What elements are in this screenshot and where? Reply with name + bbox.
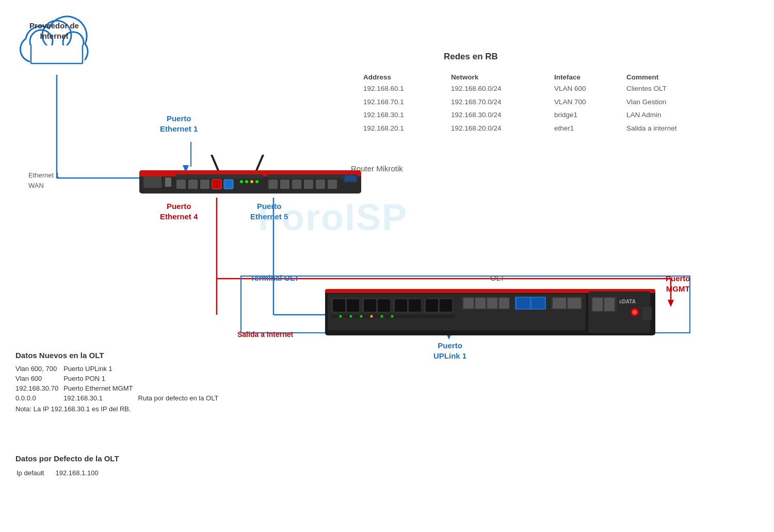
svg-rect-72 [499,298,509,309]
puerto-eth1-label: Puerto Ethernet 1 [160,114,198,134]
redes-col-header: Address [361,72,449,82]
puerto-mgmt-label: Puerto MGMT [666,273,690,294]
svg-rect-27 [175,174,263,179]
svg-rect-37 [267,174,355,179]
svg-line-21 [255,155,263,173]
svg-rect-42 [316,180,325,189]
svg-rect-54 [378,299,390,312]
redes-col-header: Comment [624,72,728,82]
redes-cell: LAN Admin [624,108,728,122]
puerto-eth5-label: Puerto Ethernet 5 [250,201,288,221]
redes-cell: 192.168.20.1 [361,122,449,135]
svg-point-84 [632,310,637,315]
table-cell: Ip default [17,468,55,478]
redes-cell: 192.168.30.1 [361,108,449,122]
table-row: 0.0.0.0192.168.30.1Ruta por defecto en l… [15,393,223,403]
svg-point-33 [240,180,243,183]
table-cell: 192.168.30.70 [15,383,63,393]
svg-rect-32 [224,180,233,189]
svg-rect-28 [176,180,186,189]
router-device [139,155,361,196]
redes-cell: VLAN 700 [552,95,624,109]
svg-point-34 [245,180,248,183]
olt-label: OLT [490,273,505,282]
svg-rect-71 [487,298,497,309]
svg-rect-41 [304,180,313,189]
svg-rect-69 [463,298,474,309]
table-cell [138,364,224,374]
table-row: Vlan 600, 700Puerto UPLink 1 [15,364,223,374]
svg-rect-75 [531,298,545,309]
svg-rect-82 [604,298,615,311]
svg-rect-74 [517,298,530,309]
svg-rect-56 [395,299,407,312]
svg-rect-31 [212,180,221,189]
svg-rect-30 [200,180,209,189]
svg-point-65 [370,315,373,318]
salida-internet-label: Salida a Internet [237,330,293,338]
svg-rect-38 [268,180,278,189]
redes-cell: 192.168.70.1 [361,95,449,109]
svg-rect-40 [292,180,301,189]
redes-col-header: Network [449,72,552,82]
svg-rect-77 [553,298,566,309]
redes-cell: Clientes OLT [624,82,728,95]
datos-nuevos-note: Nota: La IP 192.168.30.1 es IP del RB. [15,405,223,413]
redes-cell: VLAN 600 [552,82,624,95]
redes-cell: 192.168.60.1 [361,82,449,95]
datos-defecto-table: Ip default192.168.1.100 [15,467,110,479]
redes-cell: 192.168.20.0/24 [449,122,552,135]
datos-nuevos-title: Datos Nuevos en la OLT [15,351,223,360]
svg-rect-78 [568,298,581,309]
svg-rect-39 [280,180,289,189]
table-row: Vlan 600Puerto PON 1 [15,374,223,383]
table-row: 192.168.30.70Puerto Ethernet MGMT [15,383,223,393]
svg-rect-81 [592,298,603,311]
puerto-uplink-label: Puerto UPLink 1 [433,341,466,361]
svg-point-67 [391,315,394,318]
table-cell: Vlan 600 [15,374,63,383]
svg-rect-60 [440,299,452,312]
svg-rect-57 [409,299,421,312]
table-cell [138,383,224,393]
table-cell: 0.0.0.0 [15,393,63,403]
table-cell: Ruta por defecto en la OLT [138,393,224,403]
svg-point-64 [360,315,363,318]
table-cell: 192.168.30.1 [63,393,138,403]
redes-cell: 192.168.30.0/24 [449,108,552,122]
redes-rb-title: Redes en RB [444,52,498,62]
svg-text:cDATA: cDATA [619,299,636,304]
svg-rect-3 [30,45,85,63]
eth1-wan-label: Ethernet 1 WAN [28,170,59,190]
svg-point-36 [255,180,259,183]
table-cell: Vlan 600, 700 [15,364,63,374]
olt-device: cDATA [325,289,655,335]
svg-rect-59 [426,299,438,312]
table-row: Ip default192.168.1.100 [17,468,109,478]
redes-cell: bridge1 [552,108,624,122]
terminal-olt-label: Terminal OLT [250,273,299,282]
svg-line-20 [212,155,219,173]
redes-cell: 192.168.70.0/24 [449,95,552,109]
svg-rect-53 [364,299,376,312]
redes-cell: ether1 [552,122,624,135]
svg-rect-29 [188,180,198,189]
datos-nuevos-section: Datos Nuevos en la OLT Vlan 600, 700Puer… [15,351,223,413]
svg-rect-51 [347,299,359,312]
datos-nuevos-table: Vlan 600, 700Puerto UPLink 1Vlan 600Puer… [15,364,223,403]
svg-marker-18 [668,300,674,307]
table-cell: Puerto PON 1 [63,374,138,383]
redes-cell: Vlan Gestion [624,95,728,109]
cloud-label: Proveedor de Internet [23,21,85,41]
table-cell [138,374,224,383]
puerto-eth4-label: Puerto Ethernet 4 [160,201,198,221]
svg-point-62 [340,315,342,318]
svg-rect-70 [475,298,486,309]
table-cell: 192.168.1.100 [56,468,109,478]
svg-point-35 [250,180,253,183]
table-cell: Puerto UPLink 1 [63,364,138,374]
svg-rect-85 [642,307,652,320]
table-cell: Puerto Ethernet MGMT [63,383,138,393]
svg-point-63 [350,315,352,318]
redes-rb-table: AddressNetworkIntefaceComment192.168.60.… [361,72,728,135]
